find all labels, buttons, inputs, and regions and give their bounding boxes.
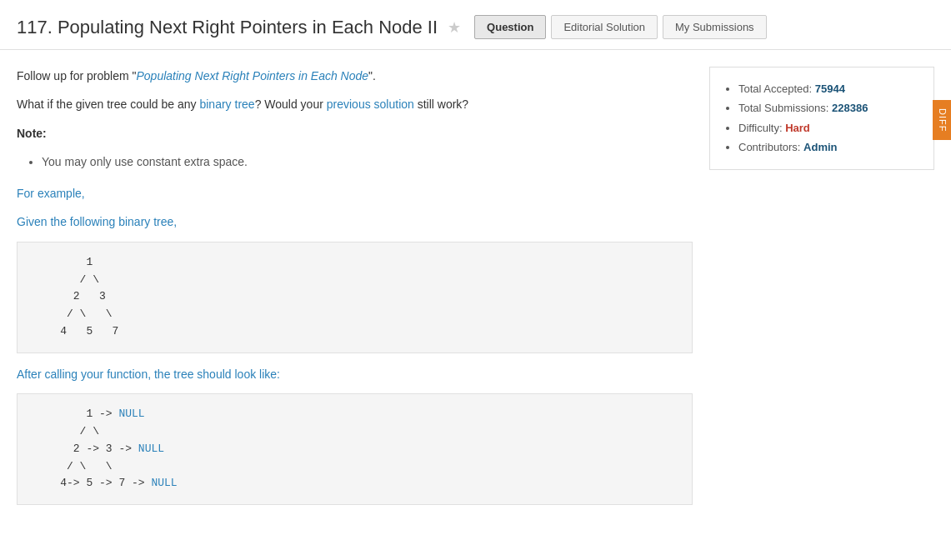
total-submissions: Total Submissions: 228386 [738,98,920,118]
null-1: NULL [118,408,144,420]
contributors: Contributors: Admin [738,138,920,157]
page-header: 117. Populating Next Right Pointers in E… [0,0,951,50]
page-title: 117. Populating Next Right Pointers in E… [17,17,438,38]
after-body: After calling your function, the tree sh… [17,368,280,381]
note-label: Note: [17,124,693,142]
given-text: Given the following binary tree, [17,212,693,231]
question-text: What if the given tree could be any bina… [17,95,693,113]
tab-question[interactable]: Question [474,15,546,39]
total-submissions-label: Total Submissions: [738,102,828,114]
info-box: Total Accepted: 75944 Total Submissions:… [709,67,934,170]
follow-up-prefix: Follow up for problem " [17,69,136,82]
problem-body: Follow up for problem "Populating Next R… [17,67,693,517]
total-accepted-label: Total Accepted: [738,82,812,95]
tab-submissions[interactable]: My Submissions [663,15,767,39]
difficulty-label: Difficulty: [738,122,783,134]
given-body: Given the following binary tree, [17,215,177,228]
for-example-text: For example, [17,187,85,200]
follow-up-suffix: ". [368,69,376,82]
star-icon[interactable]: ★ [448,18,461,37]
side-tab[interactable]: DIFF [933,100,951,140]
main-content: Follow up for problem "Populating Next R… [0,50,951,533]
note-item-1: You may only use constant extra space. [42,152,693,172]
previous-solution-link[interactable]: previous solution [327,98,414,111]
follow-up-text: Follow up for problem "Populating Next R… [17,67,693,85]
difficulty: Difficulty: Hard [738,118,920,138]
total-accepted-value: 75944 [815,82,845,95]
after-text: After calling your function, the tree sh… [17,365,693,383]
contributors-label: Contributors: [738,141,800,153]
note-list: You may only use constant extra space. [17,152,693,172]
difficulty-value: Hard [785,122,810,134]
total-submissions-value: 228386 [832,102,868,114]
binary-tree-text: binary tree [118,215,173,228]
question-body: What if the given tree could be any bina… [17,98,468,111]
tab-editorial[interactable]: Editorial Solution [551,15,658,39]
null-2: NULL [138,442,164,455]
binary-tree-link[interactable]: binary tree [199,98,254,111]
tab-group: Question Editorial Solution My Submissio… [474,15,767,39]
tree-code-block: 1 / \ 2 3 / \ \ 4 5 7 [17,242,693,353]
problem-text: Follow up for problem "Populating Next R… [17,67,693,505]
follow-up-link[interactable]: Populating Next Right Pointers in Each N… [136,69,368,82]
null-3: NULL [151,477,177,489]
info-list: Total Accepted: 75944 Total Submissions:… [723,79,920,158]
contributors-value: Admin [803,141,837,153]
for-example: For example, [17,184,693,202]
total-accepted: Total Accepted: 75944 [738,79,920,98]
result-code-block: 1 -> NULL / \ 2 -> 3 -> NULL / \ \ 4-> 5… [17,393,693,505]
